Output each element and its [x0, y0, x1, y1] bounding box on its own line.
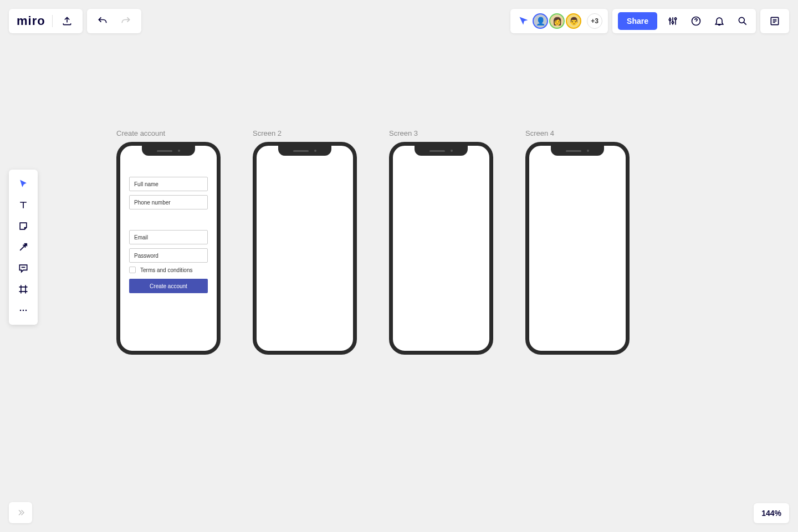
- phone-frame[interactable]: [525, 142, 630, 355]
- screen-3[interactable]: Screen 3: [389, 129, 493, 355]
- expand-panel[interactable]: [9, 502, 32, 523]
- phone-frame[interactable]: Full name Phone number Email Password Te…: [116, 142, 221, 355]
- follow-cursor-icon[interactable]: [516, 13, 531, 29]
- svg-point-8: [25, 310, 27, 311]
- screen-2[interactable]: Screen 2: [253, 129, 357, 355]
- create-account-button[interactable]: Create account: [129, 279, 208, 293]
- avatar-more[interactable]: +3: [587, 13, 602, 29]
- search-icon[interactable]: [735, 13, 750, 29]
- checkbox-icon[interactable]: [129, 267, 136, 273]
- fullname-input[interactable]: Full name: [129, 177, 208, 191]
- more-tools-icon[interactable]: [12, 300, 34, 320]
- svg-point-7: [23, 310, 24, 311]
- password-input[interactable]: Password: [129, 248, 208, 263]
- arrow-tool-icon[interactable]: [12, 237, 34, 257]
- notes-panel[interactable]: [760, 9, 789, 33]
- avatar[interactable]: 👤: [533, 13, 548, 29]
- screen-4[interactable]: Screen 4: [525, 129, 630, 355]
- sticky-tool-icon[interactable]: [12, 216, 34, 236]
- phone-input[interactable]: Phone number: [129, 195, 208, 209]
- screen-label[interactable]: Screen 4: [525, 129, 630, 137]
- phone-frame[interactable]: [253, 142, 357, 355]
- phone-notch: [415, 146, 468, 156]
- phone-notch: [551, 146, 604, 156]
- text-tool-icon[interactable]: [12, 195, 34, 215]
- phone-content: Full name Phone number Email Password Te…: [120, 146, 217, 302]
- redo-icon[interactable]: [118, 13, 134, 29]
- phone-notch: [278, 146, 331, 156]
- select-tool-icon[interactable]: [12, 174, 34, 194]
- avatar[interactable]: 👩: [549, 13, 565, 29]
- share-button[interactable]: Share: [618, 12, 657, 30]
- phone-frame[interactable]: [389, 142, 493, 355]
- zoom-level[interactable]: 144%: [754, 503, 789, 523]
- help-icon[interactable]: [688, 13, 704, 29]
- svg-point-0: [669, 19, 671, 21]
- chevron-right-icon[interactable]: [16, 508, 25, 518]
- history-panel: [87, 9, 141, 33]
- phone-notch: [142, 146, 195, 156]
- screen-create-account[interactable]: Create account Full name Phone number Em…: [116, 129, 221, 355]
- terms-label: Terms and conditions: [140, 267, 193, 273]
- left-toolbar: [9, 170, 38, 325]
- email-input[interactable]: Email: [129, 230, 208, 244]
- svg-point-6: [20, 310, 22, 311]
- collab-panel: 👤 👩 👨 +3: [510, 9, 608, 33]
- screen-label[interactable]: Screen 2: [253, 129, 357, 137]
- logo-panel: miro: [9, 9, 83, 33]
- terms-row[interactable]: Terms and conditions: [129, 267, 208, 273]
- canvas[interactable]: Create account Full name Phone number Em…: [0, 0, 798, 532]
- svg-point-1: [672, 22, 673, 23]
- screen-label[interactable]: Screen 3: [389, 129, 493, 137]
- svg-point-2: [674, 18, 676, 19]
- frame-tool-icon[interactable]: [12, 279, 34, 299]
- screen-label[interactable]: Create account: [116, 129, 221, 137]
- avatar[interactable]: 👨: [566, 13, 581, 29]
- bell-icon[interactable]: [712, 13, 727, 29]
- upload-icon[interactable]: [59, 13, 75, 29]
- undo-icon[interactable]: [95, 13, 110, 29]
- miro-logo[interactable]: miro: [17, 14, 45, 28]
- svg-point-4: [739, 17, 744, 23]
- comment-tool-icon[interactable]: [12, 258, 34, 278]
- share-panel: Share: [612, 9, 756, 33]
- divider: [52, 15, 53, 27]
- notes-icon[interactable]: [767, 13, 782, 29]
- settings-icon[interactable]: [665, 13, 681, 29]
